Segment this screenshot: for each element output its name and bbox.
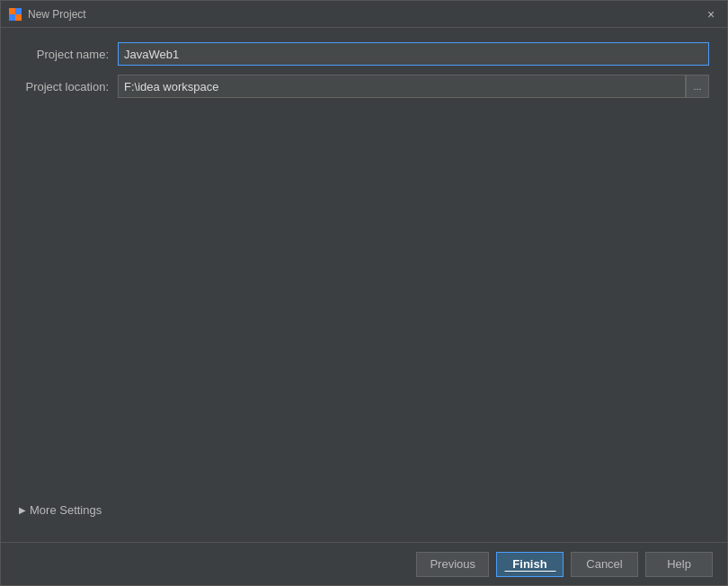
- dialog-footer: Previous Finish Cancel Help: [1, 542, 727, 585]
- project-location-label: Project location:: [19, 80, 118, 93]
- dialog-title: New Project: [28, 8, 702, 21]
- more-settings-label: More Settings: [30, 503, 102, 517]
- spacer: [19, 107, 709, 500]
- project-name-input[interactable]: [118, 42, 709, 66]
- more-settings-arrow-icon: ▶: [19, 505, 26, 515]
- previous-button[interactable]: Previous: [416, 552, 489, 577]
- project-location-row: Project location: ...: [19, 75, 709, 98]
- browse-button[interactable]: ...: [686, 75, 709, 98]
- title-bar: New Project ×: [1, 1, 727, 28]
- app-icon: [8, 7, 22, 22]
- finish-button[interactable]: Finish: [496, 552, 564, 577]
- project-name-row: Project name:: [19, 42, 709, 66]
- svg-rect-2: [9, 14, 15, 21]
- more-settings-toggle[interactable]: ▶ More Settings: [19, 500, 709, 520]
- svg-rect-1: [15, 8, 22, 14]
- cancel-button[interactable]: Cancel: [571, 552, 638, 577]
- svg-rect-0: [9, 8, 15, 14]
- close-button[interactable]: ×: [702, 5, 720, 23]
- project-location-input[interactable]: [118, 75, 686, 98]
- new-project-dialog: New Project × Project name: Project loca…: [0, 0, 728, 586]
- help-button[interactable]: Help: [645, 552, 713, 577]
- project-name-label: Project name:: [19, 48, 118, 61]
- svg-rect-3: [15, 14, 22, 21]
- content-area: Project name: Project location: ... ▶ Mo…: [1, 28, 727, 542]
